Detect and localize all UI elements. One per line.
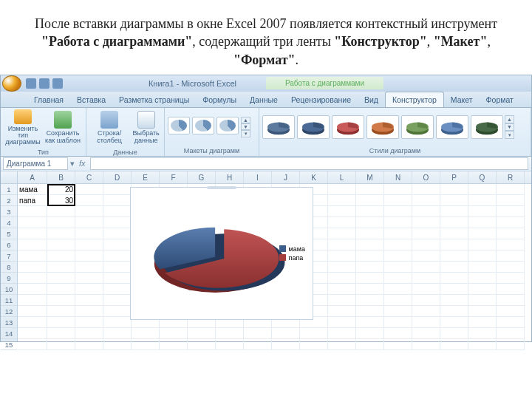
gallery-more-icon[interactable]: ▾ <box>241 130 250 137</box>
cell[interactable] <box>440 206 468 217</box>
redo-icon[interactable] <box>52 78 63 89</box>
cell[interactable] <box>384 262 412 273</box>
column-header[interactable]: A <box>18 171 47 183</box>
style-thumb[interactable] <box>471 115 503 139</box>
cell[interactable] <box>497 284 525 295</box>
cell[interactable] <box>412 284 440 295</box>
cell[interactable] <box>412 295 440 306</box>
style-thumb[interactable] <box>401 115 434 139</box>
cell[interactable] <box>188 328 216 339</box>
cell[interactable] <box>103 328 132 339</box>
cell[interactable] <box>440 306 468 317</box>
column-header[interactable]: C <box>75 171 103 183</box>
switch-row-column-button[interactable]: Строка/столбец <box>89 109 129 146</box>
cell[interactable] <box>103 250 132 262</box>
cell[interactable] <box>103 284 132 295</box>
cell[interactable] <box>384 206 412 217</box>
cell[interactable] <box>75 184 103 195</box>
cell[interactable] <box>328 184 356 195</box>
cell[interactable] <box>328 317 356 328</box>
cell[interactable] <box>440 228 468 239</box>
tab-Разметка страницы[interactable]: Разметка страницы <box>112 92 196 107</box>
cell[interactable] <box>18 339 47 350</box>
row-header[interactable]: 13 <box>1 317 17 328</box>
cell[interactable] <box>47 217 75 228</box>
change-chart-type-button[interactable]: Изменить тип диаграммы <box>4 109 42 146</box>
cell[interactable] <box>468 306 497 317</box>
style-thumb[interactable] <box>366 115 399 139</box>
cell[interactable] <box>47 206 75 217</box>
cell[interactable] <box>468 206 497 217</box>
cell[interactable] <box>47 306 75 317</box>
cell[interactable] <box>75 295 103 306</box>
cell[interactable] <box>103 273 132 284</box>
gallery-down-icon[interactable]: ▼ <box>505 123 514 132</box>
cell[interactable] <box>497 250 525 262</box>
tab-Макет[interactable]: Макет <box>444 92 480 107</box>
cell[interactable] <box>244 339 272 350</box>
cell[interactable] <box>216 328 244 339</box>
cell[interactable] <box>75 228 103 239</box>
column-header[interactable]: R <box>497 171 525 183</box>
cell[interactable] <box>328 295 356 306</box>
cell[interactable] <box>75 217 103 228</box>
cell[interactable] <box>75 306 103 317</box>
cell[interactable] <box>468 295 497 306</box>
cell[interactable] <box>103 217 132 228</box>
cell[interactable] <box>412 250 440 262</box>
cell[interactable] <box>328 306 356 317</box>
cell[interactable] <box>328 195 356 206</box>
row-header[interactable]: 6 <box>1 239 17 250</box>
cell[interactable] <box>440 239 468 250</box>
cell[interactable] <box>497 317 525 328</box>
row-header[interactable]: 1 <box>1 184 17 195</box>
cell[interactable] <box>440 195 468 206</box>
cell[interactable] <box>75 339 103 350</box>
cell[interactable] <box>384 317 412 328</box>
cell[interactable] <box>384 328 412 339</box>
cell[interactable] <box>384 284 412 295</box>
cell[interactable] <box>356 284 384 295</box>
cell-area[interactable]: мама папа мама20папа30 <box>18 184 531 350</box>
gallery-down-icon[interactable]: ▼ <box>241 123 250 130</box>
layout-thumb[interactable] <box>168 117 190 134</box>
row-header[interactable]: 2 <box>1 195 17 206</box>
cell[interactable] <box>497 239 525 250</box>
cell[interactable] <box>328 262 356 273</box>
cell[interactable] <box>103 317 132 328</box>
cell[interactable] <box>440 262 468 273</box>
style-thumb[interactable] <box>262 115 295 139</box>
cell[interactable] <box>468 339 497 350</box>
cell[interactable] <box>497 273 525 284</box>
cell[interactable] <box>356 317 384 328</box>
tab-Главная[interactable]: Главная <box>27 92 70 107</box>
cell[interactable] <box>497 328 525 339</box>
cell[interactable] <box>18 217 47 228</box>
cell[interactable] <box>328 217 356 228</box>
cell[interactable] <box>468 184 497 195</box>
cell[interactable] <box>47 339 75 350</box>
cell[interactable] <box>75 239 103 250</box>
cell[interactable] <box>468 317 497 328</box>
row-header[interactable]: 15 <box>1 339 17 350</box>
column-header[interactable]: P <box>440 171 468 183</box>
cell[interactable]: 20 <box>47 184 75 195</box>
cell[interactable] <box>75 262 103 273</box>
cell[interactable] <box>497 262 525 273</box>
cell[interactable] <box>384 184 412 195</box>
cell[interactable] <box>412 239 440 250</box>
cell[interactable] <box>272 328 300 339</box>
cell[interactable] <box>412 317 440 328</box>
cell[interactable] <box>75 250 103 262</box>
cell[interactable] <box>103 339 132 350</box>
cell[interactable] <box>47 262 75 273</box>
cell[interactable] <box>412 262 440 273</box>
cell[interactable] <box>160 328 188 339</box>
cell[interactable] <box>328 239 356 250</box>
column-header[interactable]: O <box>412 171 440 183</box>
cell[interactable] <box>468 262 497 273</box>
formula-bar[interactable] <box>90 157 528 170</box>
cell[interactable] <box>188 339 216 350</box>
cell[interactable] <box>384 195 412 206</box>
cell[interactable] <box>328 273 356 284</box>
